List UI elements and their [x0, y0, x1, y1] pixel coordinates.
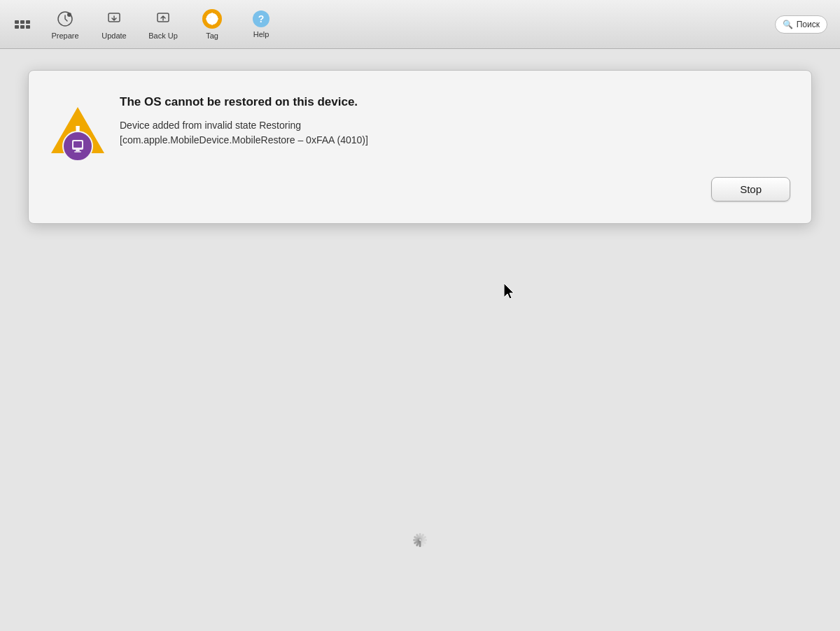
svg-point-1	[67, 13, 71, 17]
tag-icon	[202, 9, 222, 29]
spinner-area	[406, 533, 434, 561]
svg-rect-10	[74, 141, 82, 148]
grid-icon	[15, 20, 30, 29]
device-icon	[62, 131, 93, 162]
svg-rect-11	[76, 150, 80, 151]
toolbar-items: Prepare Update Back Up	[41, 3, 775, 45]
alert-icon-area: !	[50, 92, 106, 155]
alert-message-line2: [com.apple.MobileDevice.MobileRestore – …	[120, 134, 368, 146]
prepare-icon	[55, 9, 75, 29]
help-toolbar-item[interactable]: ? Help	[237, 3, 286, 45]
alert-text-area: The OS cannot be restored on this device…	[120, 92, 790, 201]
tag-label: Tag	[206, 31, 218, 40]
alert-panel: ! The OS cannot be restored on this devi…	[28, 70, 812, 224]
toolbar: Prepare Update Back Up	[0, 0, 840, 49]
update-label: Update	[102, 31, 126, 40]
search-label: Поиск	[797, 20, 820, 29]
loading-spinner	[406, 533, 434, 561]
svg-point-4	[206, 13, 218, 24]
update-toolbar-item[interactable]: Update	[90, 3, 139, 45]
prepare-label: Prepare	[51, 31, 78, 40]
svg-point-6	[209, 15, 211, 17]
update-icon	[104, 9, 124, 29]
help-label: Help	[253, 30, 270, 38]
alert-actions: Stop	[120, 170, 790, 201]
backup-label: Back Up	[148, 31, 178, 40]
stop-button[interactable]: Stop	[711, 177, 790, 201]
alert-message: Device added from invalid state Restorin…	[120, 118, 790, 148]
search-box[interactable]: 🔍 Поиск	[775, 15, 827, 34]
alert-title: The OS cannot be restored on this device…	[120, 94, 790, 110]
alert-message-line1: Device added from invalid state Restorin…	[120, 120, 301, 131]
tag-toolbar-item[interactable]: Tag	[188, 3, 237, 45]
main-content: ! The OS cannot be restored on this devi…	[0, 49, 840, 631]
grid-view-button[interactable]	[7, 9, 38, 40]
svg-rect-12	[74, 151, 81, 153]
backup-toolbar-item[interactable]: Back Up	[139, 3, 188, 45]
toolbar-right: 🔍 Поиск	[775, 15, 827, 34]
prepare-toolbar-item[interactable]: Prepare	[41, 3, 90, 45]
search-icon: 🔍	[783, 20, 793, 29]
backup-icon	[153, 9, 173, 29]
help-icon: ?	[253, 10, 270, 27]
